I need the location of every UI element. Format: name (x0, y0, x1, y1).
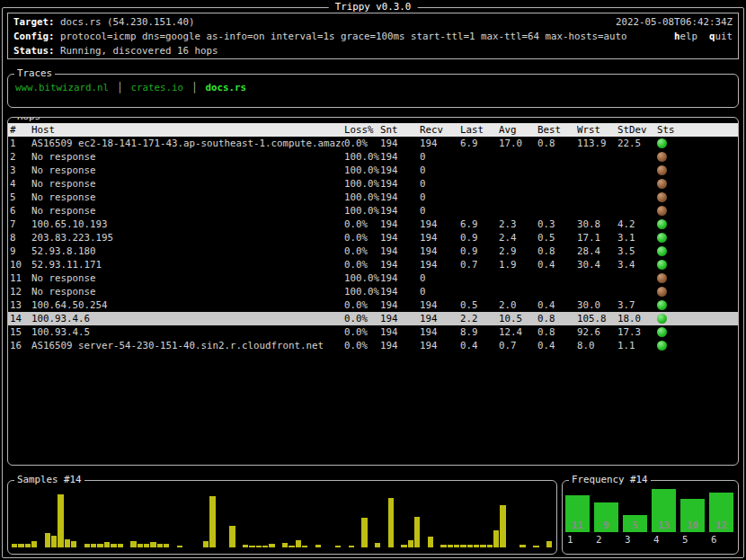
app-title: Trippy v0.3.0 (329, 1, 418, 13)
hop-wrst (577, 177, 617, 191)
sample-bar (111, 544, 116, 547)
hop-last: 0.5 (460, 298, 499, 312)
frequency-x-label: 4 (652, 534, 676, 546)
tab-crates.io[interactable]: crates.io (131, 82, 184, 93)
quit-button[interactable]: quit (709, 31, 733, 42)
hop-best: 0.8 (537, 325, 577, 339)
frequency-bar-value: 5 (623, 520, 647, 531)
hop-wrst: 30.0 (577, 298, 617, 312)
hop-snt: 194 (380, 244, 420, 258)
sample-bar (203, 541, 209, 547)
hop-num: 5 (10, 191, 31, 204)
hop-snt: 194 (380, 137, 420, 150)
table-row[interactable]: 13100.64.50.2540.0%1941940.52.00.430.03.… (8, 298, 738, 312)
sample-bar (302, 546, 307, 547)
hop-best (537, 191, 577, 204)
sample-bar (289, 546, 294, 547)
target-line: Target:docs.rs (54.230.151.40) 2022-05-0… (13, 15, 733, 30)
sample-bar (315, 545, 321, 547)
hop-snt: 194 (380, 339, 420, 352)
frequency-bar: 11 (565, 495, 590, 532)
column-header-wrst: Wrst (577, 123, 617, 137)
sample-bar (388, 498, 394, 547)
table-row[interactable]: 14100.93.4.60.0%1941942.210.50.8105.818.… (8, 312, 738, 325)
hop-num: 11 (10, 271, 31, 285)
status-line: Status:Running, discovered 16 hops (13, 44, 733, 58)
table-row[interactable]: 11No response100.0%1940 (8, 271, 738, 285)
table-row[interactable]: 4No response100.0%1940 (8, 177, 738, 191)
tab-docs.rs[interactable]: docs.rs (206, 82, 247, 93)
sample-bar (91, 544, 96, 547)
hop-num: 12 (10, 285, 31, 298)
table-row[interactable]: 952.93.8.1800.0%1941940.92.90.828.43.5 (8, 244, 738, 258)
sample-bar (209, 496, 215, 547)
sample-bar (460, 545, 466, 547)
hop-avg (499, 191, 537, 204)
target-label: Target: (13, 16, 55, 28)
status-cell (657, 177, 738, 191)
sample-bar (65, 539, 70, 547)
hop-loss: 0.0% (344, 137, 380, 150)
tab-www.bitwizard.nl[interactable]: www.bitwizard.nl (15, 82, 109, 93)
hop-host: No response (31, 177, 344, 191)
table-row[interactable]: 5No response100.0%1940 (8, 191, 738, 204)
sample-bar (164, 544, 169, 547)
status-up-dot (657, 300, 667, 310)
hop-best (537, 204, 577, 218)
sample-bar (440, 545, 446, 547)
status-value: Running, discovered 16 hops (60, 45, 218, 57)
sample-bar (104, 542, 110, 547)
table-row[interactable]: 6No response100.0%1940 (8, 204, 738, 218)
sample-bar (157, 544, 163, 547)
status-text: Status:Running, discovered 16 hops (13, 44, 218, 58)
hop-snt: 194 (380, 150, 420, 164)
hop-snt: 194 (380, 231, 420, 244)
hop-num: 14 (10, 312, 31, 325)
table-row[interactable]: 2No response100.0%1940 (8, 150, 738, 164)
hop-snt: 194 (380, 312, 420, 325)
table-row[interactable]: 1052.93.11.1710.0%1941940.71.90.430.43.4 (8, 258, 738, 271)
hop-best (537, 285, 577, 298)
sample-bar (18, 544, 23, 547)
hop-host: No response (31, 285, 344, 298)
hop-num: 3 (10, 164, 31, 177)
hop-num: 8 (10, 231, 31, 244)
hop-recv: 194 (420, 218, 460, 231)
table-row[interactable]: 12No response100.0%1940 (8, 285, 738, 298)
frequency-bar-value: 11 (565, 520, 590, 531)
hop-loss: 100.0% (344, 164, 380, 177)
hop-loss: 100.0% (344, 191, 380, 204)
status-up-dot (657, 327, 667, 337)
sample-bar (130, 541, 136, 547)
hop-num: 15 (10, 325, 31, 339)
hop-recv: 194 (420, 325, 460, 339)
table-row[interactable]: 16AS16509 server-54-230-151-40.sin2.r.cl… (8, 339, 738, 352)
table-row[interactable]: 7100.65.10.1930.0%1941946.92.30.330.84.2 (8, 218, 738, 231)
table-row[interactable]: 15100.93.4.50.0%1941948.912.40.892.617.3 (8, 325, 738, 339)
table-row[interactable]: 3No response100.0%1940 (8, 164, 738, 177)
hop-best: 0.8 (537, 244, 577, 258)
hop-host: No response (31, 204, 344, 218)
sample-bar (249, 546, 254, 547)
hop-recv: 194 (420, 137, 460, 150)
hop-wrst (577, 164, 617, 177)
sample-bar (118, 544, 123, 547)
hop-best: 0.8 (537, 137, 577, 150)
samples-chart (12, 492, 553, 547)
table-row[interactable]: 1AS16509 ec2-18-141-171-43.ap-southeast-… (8, 137, 738, 150)
hop-num: 13 (10, 298, 31, 312)
hop-avg: 12.4 (499, 325, 537, 339)
sample-bar (401, 545, 406, 547)
frequency-x-label: 2 (594, 534, 618, 546)
status-cell (657, 339, 738, 352)
help-button[interactable]: help (674, 31, 697, 42)
frequency-x-label: 3 (623, 534, 647, 546)
table-row[interactable]: 8203.83.223.1950.0%1941940.92.40.517.13.… (8, 231, 738, 244)
status-cell (657, 244, 738, 258)
hop-recv: 0 (420, 177, 460, 191)
hop-wrst (577, 204, 617, 218)
sample-bar (25, 544, 31, 547)
hop-last: 6.9 (460, 218, 499, 231)
hop-num: 9 (10, 244, 31, 258)
hop-loss: 0.0% (344, 325, 380, 339)
